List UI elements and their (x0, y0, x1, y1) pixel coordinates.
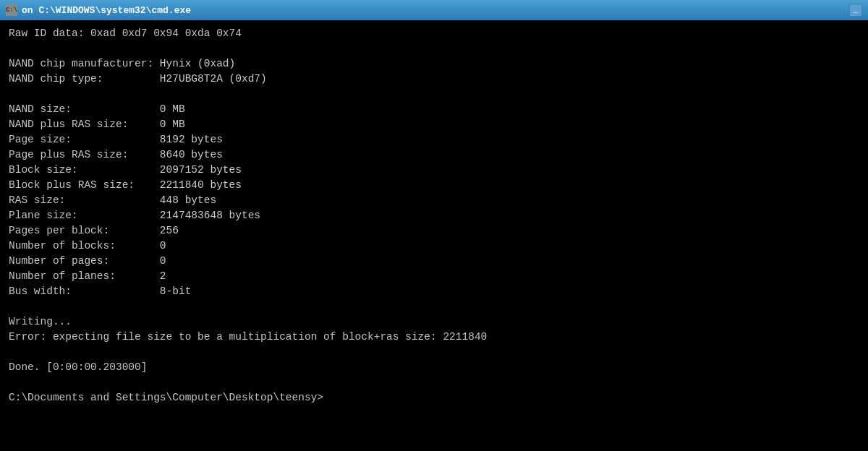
nand-type-value: H27UBG8T2A (0xd7) (160, 72, 267, 87)
page-size-line: Page size: 8192 bytes (9, 132, 859, 147)
minimize-button[interactable]: _ (849, 4, 862, 17)
writing-line: Writing... (9, 314, 859, 330)
pages-per-block-line: Pages per block: 256 (9, 223, 859, 239)
nand-plus-ras-value: 0 MB (160, 117, 185, 132)
number-blocks-label: Number of blocks: (9, 239, 160, 254)
nand-manufacturer-value: Hynix (0xad) (160, 56, 235, 72)
pages-per-block-label: Pages per block: (9, 223, 160, 239)
plane-size-value: 2147483648 bytes (160, 208, 260, 223)
cmd-icon: C:\ (6, 4, 17, 16)
number-planes-value: 2 (160, 269, 166, 284)
nand-type-line: NAND chip type: H27UBG8T2A (0xd7) (9, 72, 859, 87)
ras-size-label: RAS size: (9, 193, 160, 208)
blank-4 (9, 345, 859, 360)
ras-size-value: 448 bytes (160, 193, 216, 208)
page-plus-ras-label: Page plus RAS size: (9, 147, 160, 163)
number-blocks-value: 0 (160, 239, 166, 254)
prompt-line: C:\Documents and Settings\Computer\Deskt… (9, 390, 859, 405)
terminal-body[interactable]: Raw ID data: 0xad 0xd7 0x94 0xda 0x74 NA… (0, 20, 868, 451)
pages-per-block-value: 256 (160, 223, 179, 239)
done-line: Done. [0:00:00.203000] (9, 360, 859, 375)
block-plus-ras-value: 2211840 bytes (160, 178, 242, 193)
blank-5 (9, 375, 859, 390)
prompt-text: C:\Documents and Settings\Computer\Deskt… (9, 390, 323, 405)
bus-width-label: Bus width: (9, 284, 160, 299)
blank-3 (9, 299, 859, 314)
nand-type-label: NAND chip type: (9, 72, 160, 87)
number-pages-label: Number of pages: (9, 254, 160, 269)
page-size-label: Page size: (9, 132, 160, 147)
number-pages-line: Number of pages: 0 (9, 254, 859, 269)
blank-1 (9, 41, 859, 56)
nand-plus-ras-label: NAND plus RAS size: (9, 117, 160, 132)
plane-size-line: Plane size: 2147483648 bytes (9, 208, 859, 223)
number-blocks-line: Number of blocks: 0 (9, 239, 859, 254)
raw-id-text: Raw ID data: 0xad 0xd7 0x94 0xda 0x74 (9, 26, 242, 41)
block-size-line: Block size: 2097152 bytes (9, 163, 859, 178)
ras-size-line: RAS size: 448 bytes (9, 193, 859, 208)
nand-manufacturer-line: NAND chip manufacturer: Hynix (0xad) (9, 56, 859, 72)
blank-2 (9, 87, 859, 102)
nand-manufacturer-label: NAND chip manufacturer: (9, 56, 160, 72)
error-text: Error: expecting file size to be a multi… (9, 330, 487, 345)
error-line: Error: expecting file size to be a multi… (9, 330, 859, 345)
writing-text: Writing... (9, 314, 72, 330)
title-bar-text: on C:\WINDOWS\system32\cmd.exe (22, 5, 849, 16)
bus-width-value: 8-bit (160, 284, 192, 299)
page-size-value: 8192 bytes (160, 132, 223, 147)
number-planes-line: Number of planes: 2 (9, 269, 859, 284)
nand-size-line: NAND size: 0 MB (9, 102, 859, 117)
nand-plus-ras-line: NAND plus RAS size: 0 MB (9, 117, 859, 132)
number-planes-label: Number of planes: (9, 269, 160, 284)
title-bar-buttons: _ (849, 4, 862, 17)
nand-size-value: 0 MB (160, 102, 185, 117)
raw-id-line: Raw ID data: 0xad 0xd7 0x94 0xda 0x74 (9, 26, 859, 41)
title-bar: C:\ on C:\WINDOWS\system32\cmd.exe _ (0, 0, 868, 20)
plane-size-label: Plane size: (9, 208, 160, 223)
page-plus-ras-value: 8640 bytes (160, 147, 223, 163)
block-size-label: Block size: (9, 163, 160, 178)
cmd-window: C:\ on C:\WINDOWS\system32\cmd.exe _ Raw… (0, 0, 868, 451)
block-plus-ras-line: Block plus RAS size: 2211840 bytes (9, 178, 859, 193)
bus-width-line: Bus width: 8-bit (9, 284, 859, 299)
page-plus-ras-line: Page plus RAS size: 8640 bytes (9, 147, 859, 163)
done-text: Done. [0:00:00.203000] (9, 360, 147, 375)
number-pages-value: 0 (160, 254, 166, 269)
block-plus-ras-label: Block plus RAS size: (9, 178, 160, 193)
nand-size-label: NAND size: (9, 102, 160, 117)
block-size-value: 2097152 bytes (160, 163, 242, 178)
